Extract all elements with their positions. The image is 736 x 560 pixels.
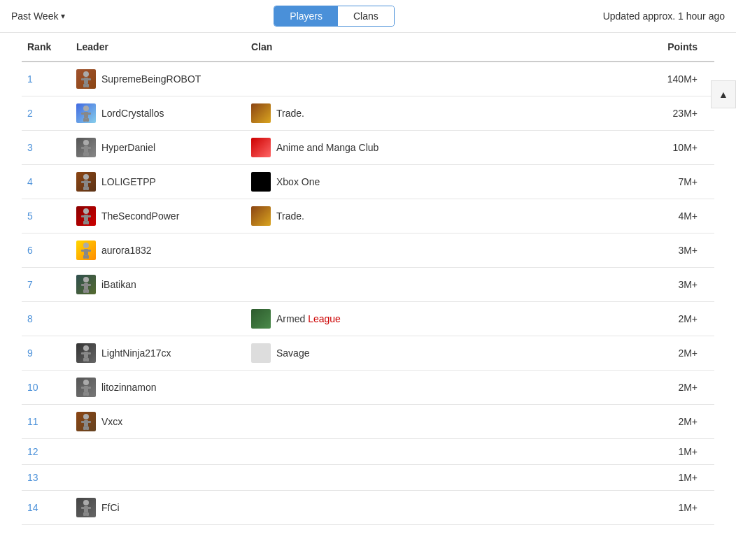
svg-point-0 (83, 71, 89, 77)
rank-cell: 6 (22, 234, 71, 268)
player-avatar (76, 378, 96, 397)
player-name[interactable]: iBatikan (101, 279, 136, 290)
clan-name[interactable]: Trade. (276, 210, 304, 222)
svg-point-60 (83, 500, 89, 505)
svg-point-36 (83, 277, 89, 282)
svg-point-30 (83, 243, 89, 248)
points-cell: 10M+ (490, 131, 714, 165)
clan-name[interactable]: Trade. (276, 108, 304, 119)
clan-icon (251, 103, 271, 123)
rank-cell: 2 (22, 96, 71, 131)
chevron-down-icon: ▾ (61, 11, 65, 21)
period-selector[interactable]: Past Week ▾ (11, 10, 65, 22)
scroll-up-button[interactable]: ▲ (711, 80, 736, 108)
svg-rect-13 (84, 146, 88, 152)
leaderboard-table: Rank Leader Clan Points 1 SupremeBeingRO… (22, 33, 714, 525)
rank-cell: 12 (22, 439, 71, 465)
rank-cell: 8 (22, 302, 71, 336)
clan-icon (251, 343, 271, 363)
clan-cell (246, 439, 490, 465)
clan-cell (246, 371, 490, 405)
rank-number: 5 (27, 210, 33, 222)
clan-name[interactable]: Armed League (276, 313, 341, 324)
player-name[interactable]: aurora1832 (101, 245, 152, 256)
svg-rect-14 (81, 147, 85, 149)
leader-cell: iBatikan (71, 268, 246, 302)
points-cell: 3M+ (490, 268, 714, 302)
svg-rect-45 (87, 352, 91, 354)
col-clan: Clan (246, 33, 490, 62)
player-name[interactable]: Vxcx (101, 416, 122, 427)
table-row: 6 aurora18323M+ (22, 234, 714, 268)
player-avatar (76, 138, 96, 157)
svg-rect-61 (84, 506, 88, 512)
player-name[interactable]: litozinnamon (101, 382, 157, 393)
svg-rect-51 (87, 387, 91, 389)
rank-number: 6 (27, 245, 33, 256)
player-avatar (76, 103, 96, 123)
player-name[interactable]: LordCrystallos (101, 108, 164, 119)
rank-cell: 3 (22, 131, 71, 165)
points-cell: 1M+ (490, 465, 714, 491)
clan-icon (251, 138, 271, 157)
player-name[interactable]: SupremeBeingROBOT (101, 73, 201, 85)
player-name[interactable]: HyperDaniel (101, 142, 155, 153)
rank-number: 8 (27, 313, 33, 324)
leader-cell: TheSecondPower (71, 199, 246, 234)
svg-rect-23 (86, 187, 89, 190)
player-avatar (76, 240, 96, 260)
svg-rect-31 (84, 249, 88, 255)
player-avatar (76, 172, 96, 192)
player-name[interactable]: TheSecondPower (101, 210, 179, 222)
rank-cell: 5 (22, 199, 71, 234)
table-row: 7 iBatikan3M+ (22, 268, 714, 302)
table-row: 4 LOLIGETPPXbox One7M+ (22, 165, 714, 199)
clan-cell: Xbox One (246, 165, 490, 199)
col-points: Points (490, 33, 714, 62)
tab-clans[interactable]: Clans (338, 6, 394, 26)
svg-rect-5 (86, 84, 89, 87)
svg-rect-44 (81, 352, 85, 354)
svg-rect-64 (83, 512, 86, 516)
clan-icon (251, 206, 271, 226)
points-cell: 7M+ (490, 165, 714, 199)
leader-cell: Vxcx (71, 405, 246, 439)
clan-cell (246, 465, 490, 491)
clan-cell (246, 62, 490, 96)
period-label: Past Week (11, 10, 58, 22)
leader-cell: HyperDaniel (71, 131, 246, 165)
tab-group: Players Clans (274, 6, 394, 27)
clan-name[interactable]: Anime and Manga Club (276, 142, 378, 153)
rank-cell: 14 (22, 491, 71, 525)
player-avatar (76, 412, 96, 431)
table-row: 5 TheSecondPowerTrade.4M+ (22, 199, 714, 234)
points-cell: 1M+ (490, 439, 714, 465)
svg-rect-40 (83, 289, 86, 293)
table-row: 11 Vxcx2M+ (22, 405, 714, 439)
svg-rect-57 (87, 421, 91, 423)
updated-text: Updated approx. 1 hour ago (603, 10, 725, 22)
points-cell: 3M+ (490, 234, 714, 268)
clan-cell: Armed League (246, 302, 490, 336)
svg-rect-27 (87, 215, 91, 217)
rank-number: 14 (27, 502, 38, 513)
table-row: 131M+ (22, 465, 714, 491)
player-name[interactable]: LOLIGETPP (101, 176, 156, 187)
points-cell: 23M+ (490, 96, 714, 131)
rank-number: 12 (27, 446, 38, 457)
rank-number: 13 (27, 472, 38, 483)
svg-rect-62 (81, 507, 85, 509)
player-name[interactable]: LightNinja217cx (101, 347, 171, 359)
clan-cell: Anime and Manga Club (246, 131, 490, 165)
rank-number: 4 (27, 176, 33, 187)
col-rank: Rank (22, 33, 71, 62)
clan-name[interactable]: Xbox One (276, 176, 320, 187)
svg-rect-65 (86, 512, 89, 516)
tab-players[interactable]: Players (274, 6, 338, 26)
player-avatar (76, 69, 96, 89)
svg-rect-63 (87, 507, 91, 509)
clan-name[interactable]: Savage (276, 347, 309, 359)
player-name[interactable]: FfCi (101, 502, 120, 513)
svg-rect-38 (81, 284, 85, 286)
svg-rect-20 (81, 181, 85, 183)
